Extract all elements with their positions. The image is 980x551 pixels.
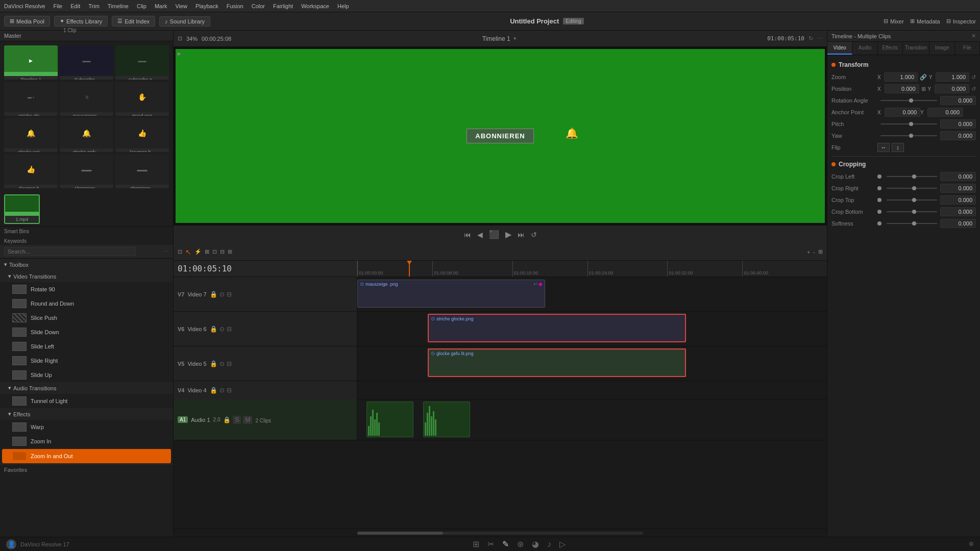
crop-bottom-slider[interactable] [887,211,937,212]
crop-right-slider[interactable] [887,188,937,189]
tab-transition[interactable]: Transition [903,42,930,55]
media-item[interactable]: 👍 Daumen h... [115,118,169,152]
menu-trim[interactable]: Trim [88,3,100,9]
nav-audio[interactable]: ♪ [547,540,551,549]
softness-slider[interactable] [887,223,937,224]
eye-icon[interactable]: ⊙ [219,291,225,298]
video-transitions-header[interactable]: ▾ Video Transitions [0,270,173,282]
transition-tunnel-light[interactable]: Tunnel of Light [0,394,173,408]
eye-icon[interactable]: ⊙ [219,387,225,394]
view-mode-icon[interactable]: ⊡ [178,35,182,42]
nav-edit[interactable]: ✎ [502,539,509,549]
dropdown-icon[interactable]: ▾ [513,35,517,42]
zoom-in-tl[interactable]: + [807,249,810,255]
audio-clip-1[interactable] [366,402,413,437]
go-to-end-btn[interactable]: ⏭ [518,231,525,239]
rotation-value[interactable]: 0.000 [940,96,976,105]
crop-left-value[interactable]: 0.000 [940,172,976,181]
metadata-btn[interactable]: ⊞ Metadata [910,18,940,24]
selected-media-item[interactable]: 1.mp4 [4,194,40,224]
stop-btn[interactable]: ⬛ [489,230,499,239]
media-item[interactable]: 👍 daumen h... [4,154,58,188]
tab-image[interactable]: Image [929,42,954,55]
media-item[interactable]: ▬ • striche glo... [4,82,58,116]
s-btn[interactable]: S [233,416,241,424]
keywords-label[interactable]: Keywords [0,237,173,245]
transition-rotate90[interactable]: Rotate 90 [0,282,173,296]
mixer-btn[interactable]: ⊟ Mixer [884,18,904,24]
smart-bins-label[interactable]: Smart Bins [4,229,169,234]
zoom-x-value[interactable]: 1.000 [884,72,918,82]
transition-zoom-in-out[interactable]: Zoom In and Out [2,449,171,463]
reset-icon[interactable]: ↺ [971,74,976,81]
eye-icon[interactable]: ⊙ [219,360,225,367]
menu-edit[interactable]: Edit [70,3,80,9]
m-btn[interactable]: M [243,416,252,424]
menu-workspace[interactable]: Workspace [301,3,329,9]
media-item[interactable]: ▬▬ abonniere... [115,154,169,188]
menu-fairlight[interactable]: Fairlight [273,3,293,9]
transition-slide-right[interactable]: Slide Right [0,354,173,368]
effects-library-btn[interactable]: ✦ Effects Library [54,16,108,27]
scrollbar-thumb[interactable] [357,532,443,535]
softness-value[interactable]: 0.000 [940,219,976,228]
toolbox-search[interactable] [4,247,136,256]
anchor-y-value[interactable]: 0.000 [927,108,963,117]
step-back-btn[interactable]: ◀ [477,231,483,239]
pos-y-value[interactable]: 0.000 [935,84,969,93]
crop-top-value[interactable]: 0.000 [940,195,976,205]
media-item[interactable]: 🔔 glocke gefu... [60,118,113,152]
menu-color[interactable]: Color [252,3,265,9]
inspector-btn[interactable]: ⊟ Inspector [946,18,976,24]
link-icon[interactable]: 🔗 [920,74,927,81]
tab-audio[interactable]: Audio [852,42,877,55]
media-item[interactable]: 🖱 mauszeiger... [60,82,113,116]
menu-mark[interactable]: Mark [155,3,167,9]
media-item[interactable]: ▬▬ subscribe g... [115,45,169,80]
eye-icon[interactable]: ⊙ [219,325,225,333]
yaw-value[interactable]: 0.000 [940,131,976,140]
pos-x-value[interactable]: 0.000 [885,84,919,93]
menu-fusion[interactable]: Fusion [227,3,243,9]
menu-file[interactable]: File [54,3,63,9]
play-btn[interactable]: ▶ [505,230,511,239]
nav-media-pool[interactable]: ⊞ [473,539,479,549]
anchor-x-value[interactable]: 0.000 [885,108,920,117]
audio-icon[interactable]: ⊟ [227,360,232,367]
slip-tool[interactable]: ⊟ [220,248,225,255]
media-item[interactable]: ▬▬ Abonniere... [60,154,113,188]
trim-tool[interactable]: ⊠ [205,248,209,255]
nav-color[interactable]: ◕ [532,539,539,549]
transition-slide-up[interactable]: Slide Up [0,368,173,382]
zoom-y-value[interactable]: 1.000 [936,72,969,82]
yaw-slider[interactable] [880,135,937,136]
settings-icon[interactable]: ⚙ [969,541,974,547]
audio-transitions-header[interactable]: ▾ Audio Transitions [0,382,173,394]
transition-slide-left[interactable]: Slide Left [0,339,173,354]
dynamic-trim[interactable]: ⊡ [212,248,217,255]
audio-icon[interactable]: ⊟ [227,387,232,394]
audio-icon[interactable]: ⊟ [227,291,232,298]
flip-h-btn[interactable]: ↔ [877,143,890,152]
nav-cut[interactable]: ✂ [487,539,494,549]
transition-round-down[interactable]: Round and Down [0,296,173,311]
menu-playback[interactable]: Playback [195,3,218,9]
zoom-control[interactable]: 34% [186,36,198,42]
close-icon[interactable]: ✕ [971,33,976,39]
audio-clip-2[interactable] [423,402,470,437]
nav-fusion[interactable]: ⊛ [517,539,524,549]
fit-tl[interactable]: ⊞ [818,248,823,255]
nav-deliver[interactable]: ▷ [559,539,566,549]
menu-view[interactable]: View [175,3,187,9]
crop-bottom-value[interactable]: 0.000 [940,207,976,216]
tab-file[interactable]: File [955,42,980,55]
clip-mauszeige[interactable]: ⊙ mauszeige .png ↩ ◆ [357,280,545,308]
pitch-value[interactable]: 0.000 [940,119,976,129]
options-icon[interactable]: ⋯ [163,248,169,255]
reset-icon[interactable]: ↺ [971,86,976,92]
menu-help[interactable]: Help [337,3,349,9]
lock-icon[interactable]: 🔒 [210,387,217,394]
audio-icon[interactable]: ⊟ [227,325,232,333]
media-item[interactable]: 🔔 glocke wei... [4,118,58,152]
crop-left-slider[interactable] [887,176,937,177]
